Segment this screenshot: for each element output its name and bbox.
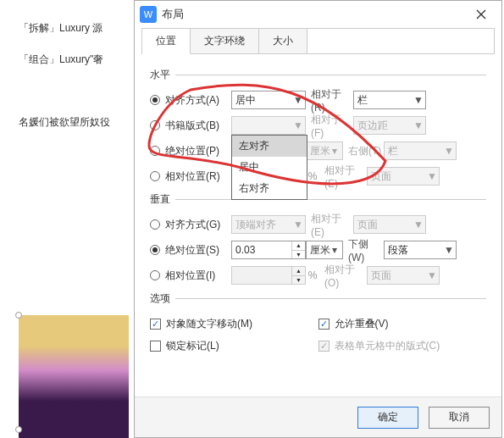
combo-side-t: 栏▼ — [384, 141, 457, 160]
label-abs-v: 绝对位置(S) — [165, 243, 231, 258]
check-lock-anchor[interactable] — [150, 341, 161, 352]
bg-text-1: 「拆解」Luxury 源 — [19, 21, 102, 36]
cancel-button[interactable]: 取消 — [429, 407, 490, 429]
label-side-w: 下侧(W) — [343, 237, 384, 263]
label-rel-ev: 相对于(E) — [306, 212, 353, 238]
check-allow-overlap[interactable] — [318, 319, 330, 330]
combo-rel-f: 页边距▼ — [353, 116, 426, 135]
radio-align-h[interactable] — [150, 95, 160, 105]
label-abs-h: 绝对位置(P) — [165, 144, 231, 158]
label-rel-v: 相对位置(I) — [165, 269, 231, 283]
option-left[interactable]: 左对齐 — [232, 136, 307, 157]
label-rel-r: 相对于(R) — [306, 87, 353, 114]
label-book: 书籍版式(B) — [165, 119, 231, 133]
label-pct: % — [306, 170, 319, 182]
combo-unit-v[interactable]: 厘米▾ — [306, 241, 343, 259]
step-up-icon: ▲ — [291, 267, 305, 276]
step-down-icon[interactable]: ▼ — [291, 251, 305, 259]
chevron-down-icon: ▼ — [293, 119, 302, 131]
radio-rel-v[interactable] — [150, 270, 160, 280]
label-rel-f: 相对于(F) — [306, 113, 353, 139]
titlebar: W 布局 — [135, 1, 501, 28]
radio-rel-h[interactable] — [150, 171, 160, 181]
label-rel-e: 相对于(E) — [319, 164, 367, 190]
close-button[interactable] — [464, 2, 498, 27]
tab-position[interactable]: 位置 — [142, 29, 191, 54]
stepper-abs-v[interactable]: ▲▼ — [231, 241, 306, 259]
combo-rel-ev: 页面▼ — [353, 215, 426, 234]
section-options: 选项 — [150, 291, 486, 306]
step-up-icon[interactable]: ▲ — [291, 241, 305, 251]
label-align-v: 对齐方式(G) — [165, 218, 231, 232]
radio-abs-v[interactable] — [150, 245, 160, 255]
radio-align-v[interactable] — [150, 219, 160, 230]
chevron-down-icon: ▼ — [293, 94, 302, 106]
ok-button[interactable]: 确定 — [357, 407, 418, 429]
tab-size[interactable]: 大小 — [259, 29, 307, 53]
options-grid: 对象随文字移动(M) 允许重叠(V) 锁定标记(L) 表格单元格中的版式(C) — [150, 313, 486, 357]
dialog-title: 布局 — [162, 7, 464, 22]
step-down-icon: ▼ — [291, 276, 305, 285]
input-abs-v[interactable] — [232, 241, 291, 258]
combo-side-w[interactable]: 段落▼ — [384, 241, 457, 259]
section-horizontal: 水平 — [150, 68, 486, 82]
chevron-down-icon: ▾ — [330, 244, 339, 256]
check-table-cell — [318, 341, 330, 352]
option-center[interactable]: 居中 — [232, 157, 307, 178]
label-align-h: 对齐方式(A) — [165, 93, 231, 108]
combo-align-h[interactable]: 居中▼ — [231, 91, 306, 109]
resize-handle[interactable] — [15, 426, 22, 433]
combo-rel-o: 页面▼ — [367, 266, 440, 285]
input-rel-v — [232, 267, 291, 284]
combo-book: ▼ — [231, 116, 306, 135]
app-icon: W — [140, 6, 157, 23]
combo-rel-r[interactable]: 栏▼ — [353, 91, 426, 109]
combo-align-v: 顶端对齐▼ — [231, 215, 306, 234]
chevron-down-icon: ▼ — [413, 119, 422, 131]
panel-position: 水平 对齐方式(A) 居中▼ 相对于(R) 栏▼ 书籍版式(B) ▼ 相对于(F… — [135, 54, 501, 396]
chevron-down-icon: ▼ — [413, 94, 422, 106]
label-rel-o: 相对于(O) — [319, 263, 367, 289]
chevron-down-icon: ▼ — [444, 145, 452, 157]
combo-rel-e: 页面▼ — [367, 167, 440, 186]
label-rel-h: 相对位置(R) — [165, 169, 231, 184]
label-pct: % — [306, 269, 319, 281]
chevron-down-icon: ▼ — [413, 219, 422, 230]
stepper-rel-v: ▲▼ — [231, 266, 306, 285]
check-move-with-text[interactable] — [150, 319, 161, 330]
label-side-t: 右侧(T) — [343, 144, 384, 158]
radio-abs-h[interactable] — [150, 146, 160, 156]
tabs: 位置 文字环绕 大小 — [141, 28, 495, 54]
option-right[interactable]: 右对齐 — [232, 178, 307, 199]
combo-unit-h: 厘米▾ — [306, 141, 343, 160]
chevron-down-icon: ▼ — [427, 170, 435, 182]
chevron-down-icon: ▼ — [444, 244, 452, 256]
dropdown-align-h: 左对齐 居中 右对齐 — [231, 135, 307, 200]
bg-text-3: 名媛们被欲望所奴役 — [19, 115, 110, 130]
bg-text-2: 「组合」Luxury"奢 — [19, 53, 103, 67]
dialog-footer: 确定 取消 — [135, 396, 501, 437]
resize-handle[interactable] — [15, 312, 22, 319]
chevron-down-icon: ▼ — [293, 219, 302, 230]
chevron-down-icon: ▼ — [427, 269, 435, 281]
bg-image — [19, 315, 129, 438]
section-vertical: 垂直 — [150, 192, 486, 207]
tab-text-wrap[interactable]: 文字环绕 — [191, 29, 259, 53]
radio-book[interactable] — [150, 120, 160, 130]
layout-dialog: W 布局 位置 文字环绕 大小 水平 对齐方式(A) 居中▼ 相对于(R) 栏▼… — [134, 0, 502, 438]
chevron-down-icon: ▾ — [330, 145, 339, 157]
close-icon — [476, 9, 486, 19]
